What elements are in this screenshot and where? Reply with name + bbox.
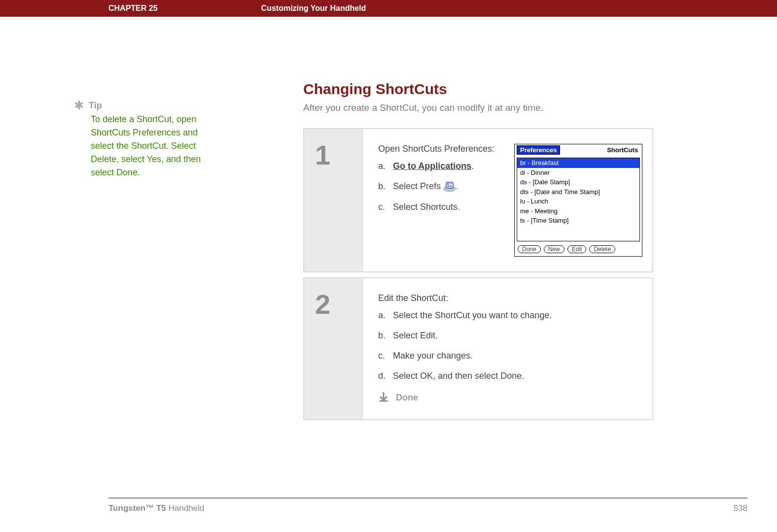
- palm-item-ts[interactable]: ts - [Time Stamp]: [517, 216, 639, 226]
- step-2: 2 Edit the ShortCut: a.Select the ShortC…: [303, 277, 653, 420]
- step-1c-letter: c.: [378, 202, 389, 212]
- palm-shortcut-list: br - Breakfast di - Dinner ds - [Date St…: [517, 158, 640, 241]
- step-2c-letter: c.: [378, 351, 389, 361]
- palm-item-br[interactable]: br - Breakfast: [517, 158, 639, 168]
- step-2-number: 2: [304, 278, 363, 419]
- step-1b-text: Select Prefs: [393, 181, 443, 191]
- product-name: Tungsten™ T5 Handheld: [108, 503, 204, 513]
- step-2a-letter: a.: [378, 310, 389, 321]
- palm-new-button[interactable]: New: [544, 245, 565, 253]
- palm-edit-button[interactable]: Edit: [567, 245, 587, 253]
- tip-asterisk-icon: ✱: [74, 100, 84, 110]
- page-footer: Tungsten™ T5 Handheld 538: [0, 498, 777, 513]
- step-1a-letter: a.: [378, 161, 389, 171]
- palm-delete-button[interactable]: Delete: [589, 245, 615, 253]
- palm-item-dts[interactable]: dts - [Date and Time Stamp]: [517, 187, 639, 197]
- palm-item-me[interactable]: me - Meeting: [517, 206, 639, 216]
- chapter-label: CHAPTER 25: [108, 4, 158, 13]
- palm-item-di[interactable]: di - Dinner: [517, 168, 639, 178]
- step-1c-text: Select Shortcuts.: [393, 202, 460, 212]
- palm-item-lu[interactable]: lu - Lunch: [517, 197, 639, 206]
- section-subtitle: After you create a ShortCut, you can mod…: [303, 102, 653, 113]
- palm-title: Preferences: [517, 145, 560, 155]
- done-label: Done: [396, 393, 418, 403]
- tip-body: To delete a ShortCut, open ShortCuts Pre…: [91, 113, 222, 179]
- step-2b-text: Select Edit.: [393, 331, 438, 341]
- tip-label: Tip: [89, 100, 102, 111]
- section-title: Changing ShortCuts: [303, 81, 653, 98]
- header-bar: CHAPTER 25 Customizing Your Handheld: [0, 0, 777, 17]
- step-2d-text: Select OK, and then select Done.: [393, 371, 524, 381]
- step-1-number: 1: [304, 129, 363, 271]
- step-1a-post: .: [471, 161, 474, 171]
- page-number: 538: [734, 503, 747, 513]
- done-arrow-icon: [378, 391, 389, 404]
- step-1b-letter: b.: [378, 181, 389, 192]
- go-to-applications-link[interactable]: Go to Applications: [393, 161, 471, 171]
- palm-screenshot: Preferences ShortCuts br - Breakfast di …: [514, 144, 642, 257]
- step-1-heading: Open ShortCuts Preferences:: [378, 144, 504, 154]
- step-1: 1 Open ShortCuts Preferences: a. Go to A…: [303, 128, 653, 272]
- step-2b-letter: b.: [378, 331, 389, 341]
- prefs-icon: [443, 181, 456, 192]
- palm-done-button[interactable]: Done: [518, 245, 541, 253]
- step-1b-post: .: [456, 181, 459, 191]
- svg-rect-1: [446, 182, 453, 188]
- palm-item-ds[interactable]: ds - [Date Stamp]: [517, 177, 639, 187]
- svg-rect-2: [447, 183, 449, 185]
- step-2-heading: Edit the ShortCut:: [378, 293, 642, 303]
- step-2c-text: Make your changes.: [393, 351, 473, 361]
- step-2d-letter: d.: [378, 371, 389, 381]
- palm-category: ShortCuts: [607, 146, 640, 154]
- step-2a-text: Select the ShortCut you want to change.: [393, 310, 552, 321]
- tip-sidebar: ✱ Tip To delete a ShortCut, open ShortCu…: [74, 100, 222, 179]
- header-title: Customizing Your Handheld: [261, 4, 366, 13]
